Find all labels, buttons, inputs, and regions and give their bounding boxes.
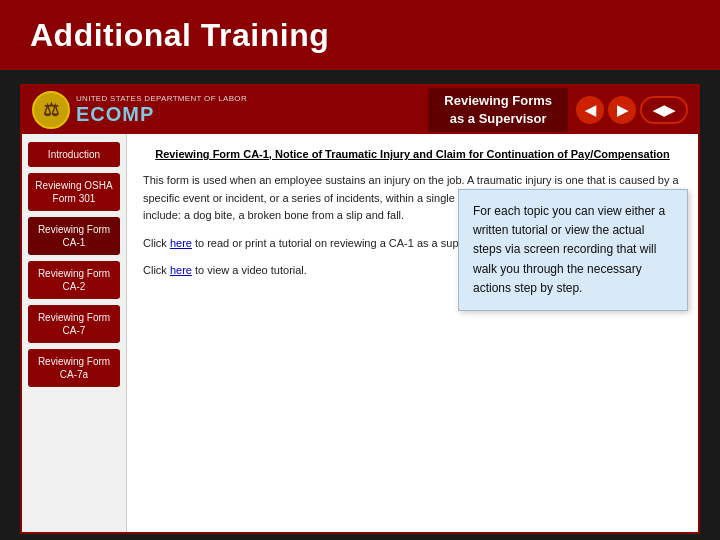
elearn-frame: ⚖ UNITED STATES DEPARTMENT OF LABOR ECOM… bbox=[20, 84, 700, 534]
sidebar-item-ca7a[interactable]: Reviewing Form CA-7a bbox=[28, 349, 120, 387]
sidebar-item-ca2[interactable]: Reviewing Form CA-2 bbox=[28, 261, 120, 299]
nav-skipback-button[interactable]: ◀▶ bbox=[640, 96, 688, 124]
tooltip-box: For each topic you can view either a wri… bbox=[458, 189, 688, 311]
elearn-sidebar: Introduction Reviewing OSHA Form 301 Rev… bbox=[22, 134, 127, 532]
sidebar-item-ca7[interactable]: Reviewing Form CA-7 bbox=[28, 305, 120, 343]
nav-back-button[interactable]: ◀ bbox=[576, 96, 604, 124]
tutorial-link[interactable]: here bbox=[170, 237, 192, 249]
elearn-main-panel: Reviewing Form CA-1, Notice of Traumatic… bbox=[127, 134, 698, 532]
elearn-title: Reviewing Forms as a Supervisor bbox=[428, 88, 568, 132]
page-title: Additional Training bbox=[30, 17, 329, 54]
tooltip-text: For each topic you can view either a wri… bbox=[473, 204, 665, 295]
title-line2: as a Supervisor bbox=[450, 111, 547, 126]
nav-forward-button[interactable]: ▶ bbox=[608, 96, 636, 124]
elearn-nav-buttons: ◀ ▶ ◀▶ bbox=[576, 96, 688, 124]
main-content: ⚖ UNITED STATES DEPARTMENT OF LABOR ECOM… bbox=[0, 70, 720, 540]
elearn-logo-text: UNITED STATES DEPARTMENT OF LABOR ECOMP bbox=[76, 94, 247, 126]
elearn-topbar: ⚖ UNITED STATES DEPARTMENT OF LABOR ECOM… bbox=[22, 86, 698, 134]
ecomp-name: ECOMP bbox=[76, 103, 247, 126]
elearn-logo-area: ⚖ UNITED STATES DEPARTMENT OF LABOR ECOM… bbox=[32, 91, 420, 129]
header-banner: Additional Training bbox=[0, 0, 720, 70]
video-tutorial-link[interactable]: here bbox=[170, 264, 192, 276]
ecomp-logo-icon: ⚖ bbox=[32, 91, 70, 129]
dept-label: UNITED STATES DEPARTMENT OF LABOR bbox=[76, 94, 247, 103]
sidebar-item-osha301[interactable]: Reviewing OSHA Form 301 bbox=[28, 173, 120, 211]
content-heading: Reviewing Form CA-1, Notice of Traumatic… bbox=[143, 148, 682, 160]
sidebar-item-introduction[interactable]: Introduction bbox=[28, 142, 120, 167]
elearn-body: Introduction Reviewing OSHA Form 301 Rev… bbox=[22, 134, 698, 532]
title-line1: Reviewing Forms bbox=[444, 93, 552, 108]
sidebar-item-ca1[interactable]: Reviewing Form CA-1 bbox=[28, 217, 120, 255]
